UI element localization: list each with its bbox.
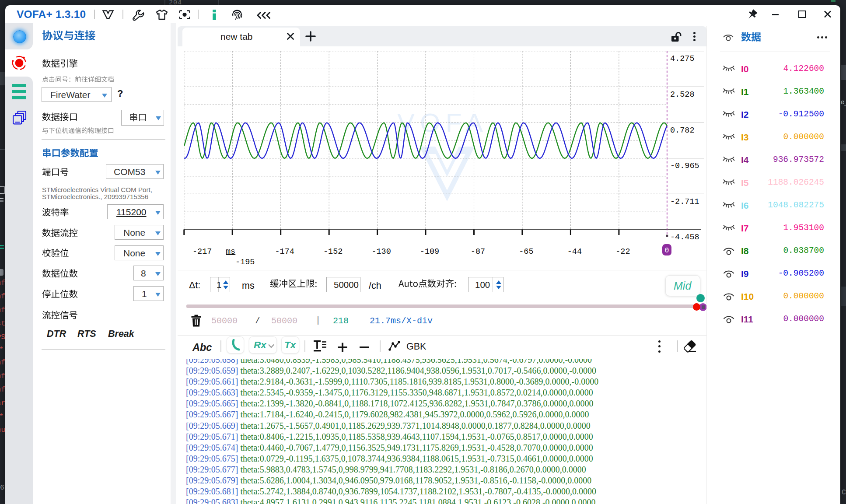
svg-text:-2.711: -2.711 [670,197,699,206]
svg-text:-217: -217 [192,247,212,256]
svg-text:-65: -65 [519,247,533,256]
svg-text:-109: -109 [420,247,439,256]
svg-text:-87: -87 [471,247,485,256]
svg-text:-22: -22 [615,247,630,256]
svg-text:0: 0 [665,246,669,255]
svg-text:-152: -152 [323,247,343,256]
svg-text:-44: -44 [567,247,582,256]
svg-text:-0.965: -0.965 [670,161,699,171]
svg-text:-130: -130 [371,247,391,256]
svg-text:2.528: 2.528 [670,90,695,99]
svg-text:ms: ms [226,247,235,256]
svg-text:-195: -195 [235,258,255,267]
svg-text:-4.458: -4.458 [670,233,699,242]
svg-text:-174: -174 [275,247,294,256]
svg-text:0.782: 0.782 [670,126,695,135]
svg-text:4.275: 4.275 [670,54,695,63]
